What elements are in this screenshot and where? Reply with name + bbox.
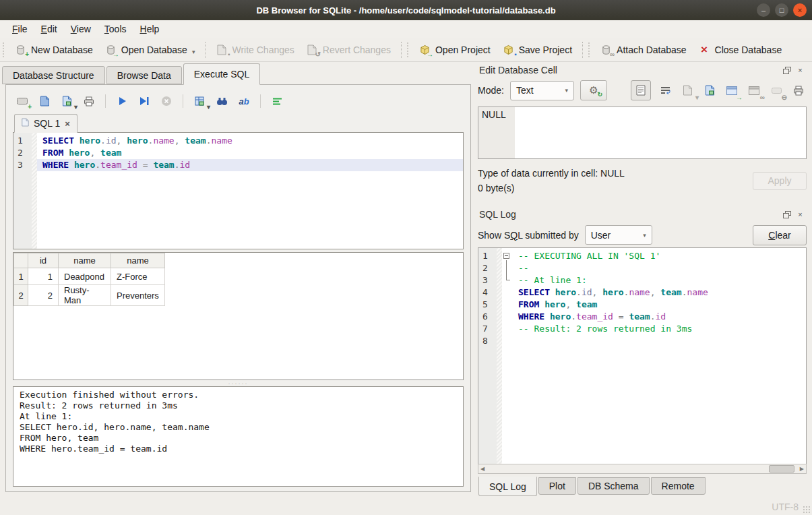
cell[interactable]: 1 [28, 268, 59, 285]
save-project-button[interactable]: ▪ Save Project [497, 41, 578, 58]
maximize-button[interactable]: □ [775, 3, 788, 17]
open-external-icon[interactable]: → [724, 82, 740, 98]
cell[interactable]: 2 [28, 285, 59, 306]
horizontal-scrollbar[interactable]: ◀ ▶ [478, 464, 807, 474]
sql-log-dock-header[interactable]: SQL Log × [478, 206, 807, 222]
tab-sql-log[interactable]: SQL Log [478, 477, 537, 496]
mode-select[interactable]: Text ▾ [510, 81, 574, 100]
save-sql-file-icon[interactable]: ▾ [60, 94, 73, 108]
print-icon[interactable] [82, 94, 96, 108]
tab-label: Database Structure [13, 70, 94, 81]
log-code: -- EXECUTING ALL IN 'SQL 1'---- At line … [513, 248, 806, 464]
scroll-right-icon[interactable]: ▶ [800, 466, 804, 472]
scroll-left-icon[interactable]: ◀ [480, 466, 485, 472]
editor-line[interactable]: FROM hero, team [37, 147, 463, 159]
float-dock-icon[interactable] [782, 65, 792, 75]
close-database-button[interactable]: × Close Database [693, 41, 788, 58]
clear-button[interactable]: Clear [753, 225, 807, 245]
cell-size-text: 0 byte(s) [478, 181, 625, 195]
column-header-name[interactable]: name [59, 253, 111, 268]
toolbar-grip[interactable] [588, 42, 592, 57]
text-format-icon[interactable]: ab [237, 94, 251, 108]
tab-browse-data[interactable]: Browse Data [106, 66, 182, 84]
tab-plot[interactable]: Plot [538, 477, 576, 495]
cell[interactable]: Z-Force [111, 268, 165, 285]
log-fold-markers[interactable] [502, 248, 513, 464]
execute-all-icon[interactable] [115, 94, 129, 108]
submitter-select[interactable]: User ▾ [585, 225, 652, 245]
splitter-handle[interactable]: ······ [13, 380, 464, 386]
results-grid[interactable]: id name name 1 1 Deadpond Z-Force 2 2 Ru… [13, 252, 464, 380]
cell-info-text: Type of data currently in cell: NULL 0 b… [478, 166, 625, 195]
open-url-icon[interactable]: ∞ [746, 82, 762, 98]
fold-marker[interactable] [502, 250, 513, 262]
tab-remote[interactable]: Remote [651, 477, 706, 495]
sql-editor[interactable]: 123 SELECT hero.id, hero.name, team.name… [13, 132, 464, 249]
toolbar-grip[interactable] [3, 42, 6, 57]
row-header[interactable]: 2 [14, 285, 28, 306]
log-line: SELECT hero.id, hero.name, team.name [20, 422, 457, 433]
titlebar[interactable]: DB Browser for SQLite - /home/user/code/… [0, 0, 812, 20]
menu-view[interactable]: View [64, 22, 98, 36]
save-results-icon[interactable]: ▾ [193, 94, 206, 108]
close-button[interactable]: × [793, 3, 807, 17]
minimize-button[interactable]: – [757, 3, 770, 17]
results-header-row: id name name [14, 253, 165, 268]
tab-db-schema[interactable]: DB Schema [577, 477, 650, 495]
find-replace-icon[interactable] [215, 94, 228, 108]
export-icon[interactable] [701, 82, 718, 98]
column-header-id[interactable]: id [28, 253, 59, 268]
cell[interactable]: Preventers [111, 285, 165, 306]
float-dock-icon[interactable] [782, 210, 792, 219]
menu-file[interactable]: File [5, 22, 34, 36]
cell[interactable]: Deadpond [59, 268, 111, 285]
close-dock-icon[interactable]: × [795, 210, 805, 219]
print-cell-icon[interactable] [790, 82, 807, 98]
revert-changes-button: ↺ Revert Changes [301, 41, 397, 58]
attach-database-button[interactable]: ∞ Attach Database [594, 41, 693, 58]
auto-format-icon[interactable] [270, 94, 284, 108]
table-row: 1 1 Deadpond Z-Force [14, 268, 165, 285]
log-line-numbers: 12345678 [478, 248, 497, 464]
menu-help[interactable]: Help [133, 22, 166, 36]
edit-cell-dock-header[interactable]: Edit Database Cell × [478, 62, 807, 78]
cell-value-editor[interactable]: NULL [478, 107, 807, 159]
cell[interactable]: Rusty-Man [59, 285, 111, 306]
resize-grip[interactable] [803, 506, 811, 514]
revert-changes-icon: ↺ [307, 44, 318, 55]
execution-status-log[interactable]: Execution finished without errors.Result… [13, 386, 464, 487]
open-database-button[interactable]: → Open Database ▾ [99, 41, 201, 58]
encoding-indicator[interactable]: UTF-8 [772, 502, 799, 512]
toolbar-grip[interactable] [407, 42, 410, 57]
apply-label: Apply [768, 175, 791, 186]
editor-line[interactable]: WHERE hero.team_id = team.id [37, 159, 463, 171]
execute-line-icon[interactable] [137, 94, 151, 108]
editor-line[interactable]: SELECT hero.id, hero.name, team.name [37, 135, 463, 147]
sql-log-view[interactable]: 12345678 -- EXECUTING ALL IN 'SQL 1'----… [478, 247, 807, 464]
cell-type-text: Type of data currently in cell: NULL [478, 166, 625, 181]
menu-tools[interactable]: Tools [98, 22, 133, 36]
word-wrap-icon[interactable] [657, 82, 673, 98]
write-changes-button: ▪ Write Changes [210, 41, 300, 58]
dock-buttons: × [782, 65, 805, 75]
new-database-button[interactable]: + New Database [9, 41, 99, 58]
sql-tab-close-icon[interactable]: × [65, 119, 70, 128]
open-project-button[interactable]: → Open Project [413, 41, 497, 58]
text-mode-icon[interactable] [631, 80, 651, 100]
close-dock-icon[interactable]: × [795, 65, 805, 75]
editor-code[interactable]: SELECT hero.id, hero.name, team.nameFROM… [37, 133, 463, 249]
scrollbar-thumb[interactable] [769, 465, 794, 473]
menu-edit[interactable]: Edit [34, 22, 64, 36]
corner-header[interactable] [14, 253, 28, 268]
sql-tab[interactable]: SQL 1 × [14, 114, 77, 133]
column-header-name2[interactable]: name [111, 253, 165, 268]
tab-execute-sql[interactable]: Execute SQL [183, 63, 261, 85]
auto-apply-button[interactable]: ⚙ ↻ [580, 80, 607, 100]
tab-database-structure[interactable]: Database Structure [2, 66, 105, 84]
open-sql-file-icon[interactable] [38, 94, 51, 108]
new-sql-tab-icon[interactable]: + [15, 94, 29, 108]
row-header[interactable]: 1 [14, 268, 28, 285]
write-changes-icon: ▪ [216, 44, 227, 55]
cell-content-area[interactable] [515, 107, 806, 158]
open-database-dropdown-icon[interactable]: ▾ [192, 49, 195, 55]
